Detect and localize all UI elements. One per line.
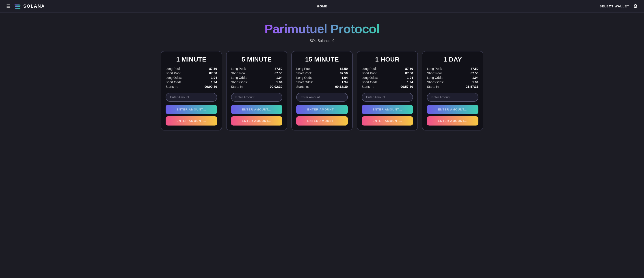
starts-in-row-1: Starts In: 00:02:30 bbox=[231, 85, 282, 89]
long-pool-row-2: Long Pool: 87.50 bbox=[296, 67, 348, 71]
hamburger-icon[interactable]: ☰ bbox=[6, 4, 10, 9]
card-3: 1 HOUR Long Pool: 87.50 Short Pool: 87.5… bbox=[357, 51, 418, 130]
card-title-4: 1 DAY bbox=[427, 56, 478, 63]
long-pool-value-2: 87.50 bbox=[340, 67, 348, 71]
short-odds-row-2: Short Odds: 1.94 bbox=[296, 80, 348, 84]
long-odds-row-3: Long Odds: 1.94 bbox=[362, 76, 413, 80]
starts-in-value-3: 00:57:30 bbox=[400, 85, 413, 88]
long-pool-value-1: 87.50 bbox=[274, 67, 282, 71]
starts-in-row-4: Starts In: 21:57:31 bbox=[427, 85, 478, 89]
card-title-3: 1 HOUR bbox=[362, 56, 413, 63]
short-odds-label-1: Short Odds: bbox=[231, 80, 248, 84]
starts-in-row-2: Starts In: 00:12:30 bbox=[296, 85, 348, 89]
short-odds-value-4: 1.94 bbox=[472, 80, 478, 84]
long-button-4[interactable]: ENTER AMOUNT... bbox=[427, 105, 478, 114]
long-odds-row-4: Long Odds: 1.94 bbox=[427, 76, 478, 80]
starts-in-label-0: Starts In: bbox=[166, 85, 178, 88]
short-odds-value-3: 1.94 bbox=[407, 80, 413, 84]
short-pool-value-0: 87.50 bbox=[209, 71, 217, 75]
amount-input-0[interactable] bbox=[166, 93, 217, 102]
starts-in-label-2: Starts In: bbox=[296, 85, 309, 88]
short-pool-label-4: Short Pool: bbox=[427, 71, 442, 75]
short-odds-value-0: 1.94 bbox=[211, 80, 217, 84]
short-odds-value-2: 1.94 bbox=[342, 80, 348, 84]
nav-home-label[interactable]: HOME bbox=[317, 5, 328, 8]
long-odds-label-0: Long Odds: bbox=[166, 76, 182, 79]
page-title: Parimutuel Protocol bbox=[264, 22, 379, 36]
starts-in-label-4: Starts In: bbox=[427, 85, 440, 88]
starts-in-value-4: 21:57:31 bbox=[466, 85, 478, 88]
card-1: 5 MINUTE Long Pool: 87.50 Short Pool: 87… bbox=[226, 51, 288, 130]
card-stats-3: Long Pool: 87.50 Short Pool: 87.50 Long … bbox=[362, 67, 413, 89]
long-pool-row-4: Long Pool: 87.50 bbox=[427, 67, 478, 71]
logo: SOLANA bbox=[14, 3, 45, 10]
short-pool-label-0: Short Pool: bbox=[166, 71, 181, 75]
long-pool-value-4: 87.50 bbox=[470, 67, 478, 71]
long-button-1[interactable]: ENTER AMOUNT... bbox=[231, 105, 282, 114]
short-odds-value-1: 1.94 bbox=[276, 80, 282, 84]
long-pool-label-4: Long Pool: bbox=[427, 67, 442, 71]
long-odds-label-2: Long Odds: bbox=[296, 76, 312, 79]
short-button-0[interactable]: ENTER AMOUNT... bbox=[166, 116, 217, 125]
main-content: Parimutuel Protocol SOL Balance: 0 1 MIN… bbox=[0, 13, 644, 140]
starts-in-label-1: Starts In: bbox=[231, 85, 244, 88]
short-odds-label-0: Short Odds: bbox=[166, 80, 182, 84]
starts-in-value-0: 00:00:30 bbox=[204, 85, 217, 88]
card-title-1: 5 MINUTE bbox=[231, 56, 282, 63]
short-button-4[interactable]: ENTER AMOUNT... bbox=[427, 116, 478, 125]
long-pool-value-3: 87.50 bbox=[405, 67, 413, 71]
header: ☰ SOLANA HOME SELECT WALLET ⚙ bbox=[0, 0, 644, 13]
starts-in-value-1: 00:02:30 bbox=[270, 85, 282, 88]
amount-input-2[interactable] bbox=[296, 93, 348, 102]
long-pool-value-0: 87.50 bbox=[209, 67, 217, 71]
long-pool-label-0: Long Pool: bbox=[166, 67, 180, 71]
long-odds-value-3: 1.94 bbox=[407, 76, 413, 79]
amount-input-4[interactable] bbox=[427, 93, 478, 102]
card-stats-1: Long Pool: 87.50 Short Pool: 87.50 Long … bbox=[231, 67, 282, 89]
long-button-0[interactable]: ENTER AMOUNT... bbox=[166, 105, 217, 114]
solana-logo-icon bbox=[14, 3, 22, 10]
long-odds-value-2: 1.94 bbox=[342, 76, 348, 79]
long-button-2[interactable]: ENTER AMOUNT... bbox=[296, 105, 348, 114]
short-pool-value-1: 87.50 bbox=[274, 71, 282, 75]
long-pool-label-2: Long Pool: bbox=[296, 67, 311, 71]
long-odds-value-1: 1.94 bbox=[276, 76, 282, 79]
short-pool-value-3: 87.50 bbox=[405, 71, 413, 75]
starts-in-label-3: Starts In: bbox=[362, 85, 374, 88]
card-stats-0: Long Pool: 87.50 Short Pool: 87.50 Long … bbox=[166, 67, 217, 89]
short-button-2[interactable]: ENTER AMOUNT... bbox=[296, 116, 348, 125]
short-odds-row-3: Short Odds: 1.94 bbox=[362, 80, 413, 84]
card-2: 15 MINUTE Long Pool: 87.50 Short Pool: 8… bbox=[291, 51, 353, 130]
short-pool-value-4: 87.50 bbox=[470, 71, 478, 75]
cards-row: 1 MINUTE Long Pool: 87.50 Short Pool: 87… bbox=[161, 51, 483, 130]
amount-input-3[interactable] bbox=[362, 93, 413, 102]
card-title-0: 1 MINUTE bbox=[166, 56, 217, 63]
long-odds-label-4: Long Odds: bbox=[427, 76, 443, 79]
amount-input-1[interactable] bbox=[231, 93, 282, 102]
long-odds-value-4: 1.94 bbox=[472, 76, 478, 79]
short-button-1[interactable]: ENTER AMOUNT... bbox=[231, 116, 282, 125]
long-odds-row-1: Long Odds: 1.94 bbox=[231, 76, 282, 80]
short-pool-label-1: Short Pool: bbox=[231, 71, 246, 75]
starts-in-row-0: Starts In: 00:00:30 bbox=[166, 85, 217, 89]
long-pool-row-3: Long Pool: 87.50 bbox=[362, 67, 413, 71]
card-0: 1 MINUTE Long Pool: 87.50 Short Pool: 87… bbox=[161, 51, 222, 130]
logo-text: SOLANA bbox=[23, 4, 45, 9]
card-stats-4: Long Pool: 87.50 Short Pool: 87.50 Long … bbox=[427, 67, 478, 89]
header-nav: HOME bbox=[317, 5, 328, 8]
long-pool-label-1: Long Pool: bbox=[231, 67, 246, 71]
gear-icon[interactable]: ⚙ bbox=[633, 3, 638, 9]
short-pool-row-2: Short Pool: 87.50 bbox=[296, 71, 348, 75]
long-pool-row-1: Long Pool: 87.50 bbox=[231, 67, 282, 71]
long-odds-row-2: Long Odds: 1.94 bbox=[296, 76, 348, 80]
long-button-3[interactable]: ENTER AMOUNT... bbox=[362, 105, 413, 114]
card-4: 1 DAY Long Pool: 87.50 Short Pool: 87.50… bbox=[422, 51, 483, 130]
select-wallet-button[interactable]: SELECT WALLET bbox=[600, 5, 629, 8]
short-pool-row-1: Short Pool: 87.50 bbox=[231, 71, 282, 75]
short-pool-value-2: 87.50 bbox=[340, 71, 348, 75]
card-title-2: 15 MINUTE bbox=[296, 56, 348, 63]
starts-in-value-2: 00:12:30 bbox=[335, 85, 348, 88]
short-button-3[interactable]: ENTER AMOUNT... bbox=[362, 116, 413, 125]
short-odds-row-4: Short Odds: 1.94 bbox=[427, 80, 478, 84]
long-odds-label-1: Long Odds: bbox=[231, 76, 247, 79]
